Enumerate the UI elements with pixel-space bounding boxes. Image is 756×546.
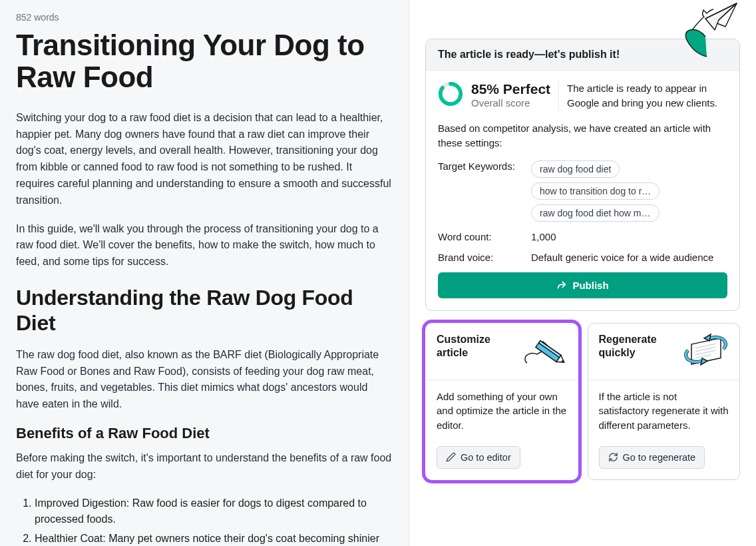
publish-button-label: Publish (572, 280, 608, 291)
go-to-editor-button[interactable]: Go to editor (437, 446, 520, 469)
wordcount-row: Word count: 1,000 (438, 231, 727, 242)
score-label: Overall score (471, 97, 550, 109)
share-arrow-icon (556, 280, 567, 290)
score-circle-icon (438, 81, 463, 107)
paragraph: The raw dog food diet, also known as the… (16, 347, 393, 413)
svg-point-1 (441, 84, 461, 104)
keyword-pill[interactable]: raw dog food diet how m… (531, 204, 660, 222)
brandvoice-value: Default generic voice for a wide audienc… (531, 252, 727, 263)
refresh-icon (608, 452, 618, 462)
go-to-editor-label: Go to editor (461, 452, 511, 463)
list-item: Improved Digestion: Raw food is easier f… (35, 495, 393, 529)
regenerate-desc: If the article is not satisfactory regen… (599, 390, 729, 433)
ordered-list: Improved Digestion: Raw food is easier f… (16, 495, 393, 546)
article-preview-panel: 852 words Transitioning Your Dog to Raw … (0, 0, 409, 546)
customize-title: Customize article (437, 333, 515, 360)
action-cards: Customize article Add something of your (425, 323, 740, 480)
brandvoice-label: Brand voice: (438, 252, 531, 263)
pencil-illustration (520, 333, 567, 370)
keywords-label: Target Keywords: (438, 160, 531, 172)
publish-button[interactable]: Publish (438, 272, 727, 298)
regenerate-title: Regenerate quickly (599, 333, 677, 360)
paragraph: Switching your dog to a raw food diet is… (16, 110, 393, 209)
target-keywords-row: Target Keywords: raw dog food diet how t… (438, 160, 727, 222)
paragraph: In this guide, we'll walk you through th… (16, 221, 393, 270)
edit-icon (446, 452, 456, 462)
brandvoice-row: Brand voice: Default generic voice for a… (438, 252, 727, 263)
go-to-regenerate-label: Go to regenerate (623, 452, 696, 463)
score-row: 85% Perfect Overall score The article is… (438, 81, 727, 111)
score-percent: 85% Perfect (471, 81, 550, 97)
heading-2: Understanding the Raw Dog Food Diet (16, 285, 393, 336)
heading-3: Benefits of a Raw Food Diet (16, 425, 393, 442)
analysis-text: Based on competitor analysis, we have cr… (438, 121, 727, 151)
paragraph: Before making the switch, it's important… (16, 450, 393, 483)
regenerate-card: Regenerate quickly (588, 323, 741, 480)
list-item: Healthier Coat: Many pet owners notice t… (35, 531, 393, 546)
article-title: Transitioning Your Dog to Raw Food (16, 29, 393, 94)
keyword-pill[interactable]: raw dog food diet (531, 160, 620, 178)
sidebar-panel: The article is ready—let's publish it! 8… (409, 0, 756, 546)
score-text: 85% Perfect Overall score (471, 81, 550, 109)
score-description: The article is ready to appear in Google… (558, 81, 727, 111)
refresh-document-illustration (682, 333, 729, 370)
go-to-regenerate-button[interactable]: Go to regenerate (599, 446, 705, 469)
customize-card: Customize article Add something of your (425, 323, 578, 480)
svg-marker-10 (704, 334, 711, 341)
ready-card: The article is ready—let's publish it! 8… (425, 39, 740, 311)
word-count: 852 words (16, 12, 393, 23)
keywords-list: raw dog food diet how to transition dog … (531, 160, 727, 222)
paper-plane-illustration (667, 0, 740, 63)
customize-desc: Add something of your own and optimize t… (437, 390, 567, 433)
wordcount-label: Word count: (438, 231, 531, 242)
article-body: Switching your dog to a raw food diet is… (16, 110, 393, 546)
keyword-pill[interactable]: how to transition dog to r… (531, 182, 660, 200)
wordcount-value: 1,000 (531, 231, 727, 242)
